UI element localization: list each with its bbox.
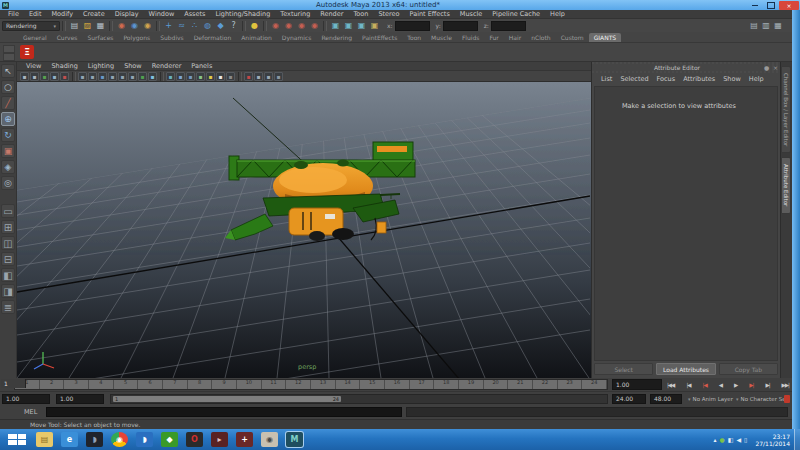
paint-select-tool[interactable]: ╱ — [1, 96, 15, 110]
command-line-input[interactable] — [46, 407, 402, 417]
time-slider-frame-24[interactable]: 24 — [582, 380, 607, 389]
time-slider-frame-7[interactable]: 7 — [163, 380, 188, 389]
giants-shelf-item[interactable]: Ξ — [20, 45, 34, 59]
motion-blur-icon[interactable]: ▪ — [254, 72, 263, 81]
layout-top-persp[interactable]: ⊟ — [1, 252, 15, 266]
select-by-object-icon[interactable]: ◉ — [128, 20, 141, 32]
anim-layer-dropdown[interactable]: ▾ No Anim Layer — [688, 394, 733, 404]
multisample-icon[interactable]: ▪ — [264, 72, 273, 81]
ae-menu-show[interactable]: Show — [719, 75, 745, 83]
time-slider-frame-16[interactable]: 16 — [385, 380, 410, 389]
play-backwards-button[interactable]: ◀ — [719, 382, 722, 388]
shaded-icon[interactable]: ▪ — [88, 72, 97, 81]
shelf-tab-ncloth[interactable]: nCloth — [526, 33, 556, 42]
time-slider-frame-6[interactable]: 6 — [138, 380, 163, 389]
step-forward-key-button[interactable]: ▶| — [749, 382, 753, 388]
time-slider-frame-18[interactable]: 18 — [434, 380, 459, 389]
time-slider-frame-13[interactable]: 13 — [311, 380, 336, 389]
panel-menu-lighting[interactable]: Lighting — [83, 62, 119, 70]
render-view-icon[interactable]: ▣ — [329, 20, 342, 32]
menu-stereo[interactable]: Stereo — [373, 10, 404, 18]
pin-icon[interactable]: ● — [762, 64, 771, 71]
menu-window[interactable]: Window — [144, 10, 180, 18]
go-to-start-button[interactable]: |◀◀ — [667, 382, 674, 388]
select-by-hierarchy-icon[interactable]: ◉ — [115, 20, 128, 32]
select-button[interactable]: Select — [594, 363, 653, 375]
copy-tab-button[interactable]: Copy Tab — [719, 363, 778, 375]
isolate-select-icon[interactable]: ▪ — [166, 72, 175, 81]
step-back-frame-button[interactable]: |◀ — [686, 382, 690, 388]
coord-input-2[interactable] — [491, 21, 526, 31]
field-chart-icon[interactable]: ▪ — [138, 72, 147, 81]
time-slider-frame-4[interactable]: 4 — [89, 380, 114, 389]
bookmark-icon[interactable]: ▪ — [40, 72, 49, 81]
snap-to-point-icon[interactable]: ∴ — [188, 20, 201, 32]
panel-menu-renderer[interactable]: Renderer — [147, 62, 187, 70]
current-time-field[interactable]: 1.00 — [612, 379, 662, 390]
construction-history-icon[interactable]: ◉ — [295, 20, 308, 32]
viewport[interactable]: persp — [17, 82, 591, 378]
internet-explorer-icon[interactable]: e — [61, 432, 78, 447]
time-slider-frame-8[interactable]: 8 — [188, 380, 213, 389]
side-tab-channel-box-layer-editor[interactable]: Channel Box / Layer Editor — [781, 66, 791, 153]
shelf-options-icon[interactable] — [3, 53, 15, 61]
menu-render[interactable]: Render — [315, 10, 348, 18]
viewport-select-icon[interactable]: ▪ — [244, 72, 253, 81]
image-plane-icon[interactable]: ▪ — [50, 72, 59, 81]
time-slider-frame-15[interactable]: 15 — [360, 380, 385, 389]
select-by-component-icon[interactable]: ◉ — [141, 20, 154, 32]
menu-display[interactable]: Display — [110, 10, 144, 18]
set-key-icon[interactable] — [784, 395, 790, 403]
safe-action-icon[interactable]: ▪ — [148, 72, 157, 81]
snap-to-grid-icon[interactable]: + — [162, 20, 175, 32]
menu-file[interactable]: File — [3, 10, 24, 18]
file-explorer-icon[interactable]: ▤ — [36, 432, 53, 447]
layout-persp-graph[interactable]: ◧ — [1, 268, 15, 282]
shelf-tab-surfaces[interactable]: Surfaces — [82, 33, 118, 42]
show-desktop-button[interactable] — [794, 429, 800, 450]
show-sidebar-icon[interactable]: ▤ — [748, 20, 760, 31]
gate-mask-icon[interactable]: ▪ — [128, 72, 137, 81]
shelf-tab-rendering[interactable]: Rendering — [316, 33, 357, 42]
giants-editor-icon[interactable]: ◆ — [161, 432, 178, 447]
render-settings-icon[interactable]: ▣ — [368, 20, 381, 32]
time-slider-frame-10[interactable]: 10 — [237, 380, 262, 389]
thunderbird-icon[interactable]: ◗ — [136, 432, 153, 447]
shelf-tab-polygons[interactable]: Polygons — [118, 33, 155, 42]
render-current-frame-icon[interactable]: ▣ — [342, 20, 355, 32]
menu-create[interactable]: Create — [78, 10, 110, 18]
soft-modification-tool[interactable]: ◎ — [1, 176, 15, 190]
tray-battery-icon[interactable]: ▯ — [744, 436, 747, 443]
menu-paint-effects[interactable]: Paint Effects — [405, 10, 455, 18]
minimize-button[interactable] — [747, 1, 762, 10]
sprayer-model[interactable] — [225, 98, 415, 241]
new-scene-icon[interactable]: ▤ — [68, 20, 81, 32]
playback-end-field[interactable]: 24.00 — [612, 394, 646, 404]
chrome-icon[interactable]: ◉ — [111, 432, 128, 447]
film-gate-icon[interactable]: ▪ — [108, 72, 117, 81]
two-d-pan-icon[interactable]: ▪ — [60, 72, 69, 81]
lasso-select-tool[interactable]: ○ — [1, 80, 15, 94]
save-scene-icon[interactable]: ▦ — [94, 20, 107, 32]
time-slider-frame-22[interactable]: 22 — [533, 380, 558, 389]
open-scene-icon[interactable]: ▨ — [81, 20, 94, 32]
playback-range-bar[interactable]: 1 24 — [113, 396, 341, 402]
tray-network-icon[interactable]: ◧ — [728, 436, 734, 443]
time-slider-frame-21[interactable]: 21 — [508, 380, 533, 389]
shelf-tab-custom[interactable]: Custom — [556, 33, 589, 42]
menu-set-dropdown[interactable]: Rendering ▾ — [2, 21, 60, 31]
wireframe-icon[interactable]: ▪ — [78, 72, 87, 81]
attribute-editor-titlebar[interactable]: Attribute Editor ● × — [592, 62, 780, 73]
layout-persp-outliner[interactable]: ◫ — [1, 236, 15, 250]
panel-menu-shading[interactable]: Shading — [46, 62, 82, 70]
input-connections-icon[interactable]: ◉ — [269, 20, 282, 32]
snap-to-curve-icon[interactable]: ≈ — [175, 20, 188, 32]
range-slider[interactable]: 1 24 — [110, 394, 608, 404]
menu-pipeline-cache[interactable]: Pipeline Cache — [487, 10, 545, 18]
side-tab-attribute-editor[interactable]: Attribute Editor — [781, 157, 791, 213]
panel-menu-view[interactable]: View — [21, 62, 46, 70]
step-back-key-button[interactable]: |◀ — [703, 382, 707, 388]
shelf-tab-hair[interactable]: Hair — [504, 33, 526, 42]
camera-select-icon[interactable]: ▪ — [20, 72, 29, 81]
lights-icon[interactable]: ▪ — [206, 72, 215, 81]
